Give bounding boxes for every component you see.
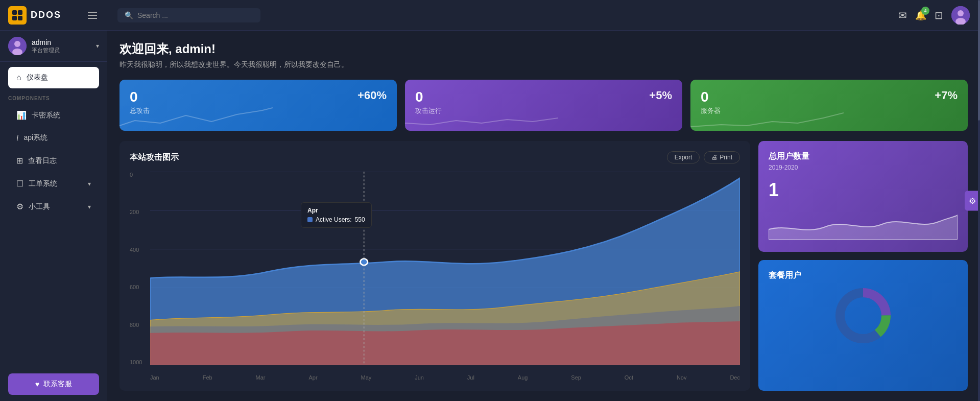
nav-label-logs: 查看日志 bbox=[28, 156, 57, 166]
stat-servers-number: 0 bbox=[701, 89, 721, 105]
y-label-3: 400 bbox=[130, 247, 142, 253]
stat-card-attacks: 0 总攻击 +60% bbox=[119, 80, 397, 131]
sidebar: DDOS admin 平台管理员 ▾ ⌂ 仪表盘 COMPONENTS 📊 卡 bbox=[0, 0, 107, 401]
stat-card-running: 0 攻击运行 +5% bbox=[405, 80, 682, 131]
x-label-jan: Jan bbox=[150, 374, 159, 381]
chart-actions: Export 🖨 Print bbox=[667, 151, 740, 163]
chart-inner: Apr Active Users: 550 bbox=[150, 172, 740, 365]
scroll-thumb bbox=[978, 0, 980, 121]
export-label: Export bbox=[675, 154, 692, 161]
notification-badge: 4 bbox=[921, 7, 929, 15]
card-system-icon: 📊 bbox=[16, 110, 27, 120]
x-axis-labels: Jan Feb Mar Apr May Jun Jul Aug Sep Oct … bbox=[150, 374, 740, 381]
nav-item-tools[interactable]: ⚙ 小工具 ▾ bbox=[8, 196, 99, 218]
page-header: 欢迎回来, admin! 昨天我很聪明，所以我想改变世界。今天我很聪明，所以我要… bbox=[119, 41, 968, 69]
chart-area: 1000 800 600 400 200 0 bbox=[130, 172, 740, 381]
nav-item-logs[interactable]: ⊞ 查看日志 bbox=[8, 150, 99, 172]
print-button[interactable]: 🖨 Print bbox=[704, 151, 740, 163]
tools-arrow-icon: ▾ bbox=[88, 203, 91, 210]
x-label-jul: Jul bbox=[467, 374, 474, 381]
svg-rect-1 bbox=[18, 10, 22, 15]
scroll-indicator bbox=[978, 0, 980, 401]
x-label-may: May bbox=[361, 374, 371, 381]
layers-icon[interactable]: ⊡ bbox=[935, 9, 943, 21]
package-card: 套餐用户 bbox=[758, 260, 968, 391]
user-arrow-icon: ▾ bbox=[96, 42, 99, 50]
y-axis-labels: 1000 800 600 400 200 0 bbox=[130, 172, 142, 365]
x-label-dec: Dec bbox=[730, 374, 740, 381]
user-total-number: 1 bbox=[769, 179, 958, 201]
topbar: 🔍 ✉ 🔔 4 ⊡ bbox=[107, 0, 980, 31]
stat-attacks-percent: +60% bbox=[357, 89, 387, 102]
print-icon: 🖨 bbox=[711, 154, 718, 161]
nav-label-tickets: 工单系统 bbox=[29, 179, 57, 188]
page-subtitle: 昨天我很聪明，所以我想改变世界。今天我很聪明，所以我要改变自己。 bbox=[119, 60, 968, 69]
user-info: admin 平台管理员 bbox=[32, 38, 96, 54]
svg-rect-2 bbox=[12, 16, 17, 20]
logo-area: DDOS bbox=[0, 0, 107, 31]
x-label-feb: Feb bbox=[203, 374, 212, 381]
nav-item-dashboard[interactable]: ⌂ 仪表盘 bbox=[8, 67, 99, 88]
main-content: 🔍 ✉ 🔔 4 ⊡ 欢迎回来, admin! 昨天我很聪明，所以我想改变世 bbox=[107, 0, 980, 401]
x-label-oct: Oct bbox=[625, 374, 633, 381]
search-icon: 🔍 bbox=[125, 11, 133, 19]
nav-label-card-system: 卡密系统 bbox=[32, 111, 60, 120]
x-label-mar: Mar bbox=[256, 374, 266, 381]
components-label: COMPONENTS bbox=[0, 89, 107, 103]
nav-label-api-system: api系统 bbox=[23, 133, 47, 143]
user-total-year: 2019-2020 bbox=[769, 164, 958, 171]
user-name: admin bbox=[32, 38, 96, 46]
user-section[interactable]: admin 平台管理员 ▾ bbox=[0, 31, 107, 62]
hamburger-button[interactable] bbox=[86, 10, 99, 21]
svg-rect-3 bbox=[18, 16, 22, 20]
search-input[interactable] bbox=[137, 11, 253, 19]
chart-header: 本站攻击图示 Export 🖨 Print bbox=[130, 151, 740, 163]
x-label-jun: Jun bbox=[415, 374, 424, 381]
print-label: Print bbox=[720, 154, 732, 161]
dashboard-icon: ⌂ bbox=[16, 73, 21, 82]
search-wrap[interactable]: 🔍 bbox=[117, 8, 260, 22]
user-total-card: 总用户数量 2019-2020 1 bbox=[758, 141, 968, 252]
mail-icon[interactable]: ✉ bbox=[898, 9, 907, 21]
stat-running-number: 0 bbox=[415, 89, 442, 105]
bottom-row: 本站攻击图示 Export 🖨 Print 1000 800 bbox=[119, 141, 968, 391]
logo-text: DDOS bbox=[31, 10, 61, 20]
page-title: 欢迎回来, admin! bbox=[119, 41, 968, 57]
nav-item-card-system[interactable]: 📊 卡密系统 bbox=[8, 104, 99, 126]
svg-point-8 bbox=[958, 10, 964, 16]
topbar-avatar[interactable] bbox=[951, 6, 970, 25]
chart-panel: 本站攻击图示 Export 🖨 Print 1000 800 bbox=[119, 141, 750, 391]
tickets-icon: ☐ bbox=[16, 179, 23, 188]
stat-card-servers: 0 服务器 +7% bbox=[690, 80, 968, 131]
stat-attacks-number: 0 bbox=[130, 89, 150, 105]
stat-servers-percent: +7% bbox=[935, 89, 958, 102]
y-label-4: 200 bbox=[130, 209, 142, 215]
nav-label-tools: 小工具 bbox=[29, 202, 50, 211]
svg-rect-0 bbox=[12, 10, 17, 15]
nav-label-dashboard: 仪表盘 bbox=[27, 73, 48, 82]
y-label-5: 0 bbox=[130, 172, 142, 178]
x-label-aug: Aug bbox=[518, 374, 528, 381]
tickets-arrow-icon: ▾ bbox=[88, 180, 91, 187]
y-label-0: 1000 bbox=[130, 359, 142, 365]
export-button[interactable]: Export bbox=[667, 151, 700, 163]
contact-label: 联系客服 bbox=[43, 380, 72, 389]
heart-icon: ♥ bbox=[35, 380, 39, 388]
gear-icon: ⚙ bbox=[969, 196, 976, 205]
nav-item-api-system[interactable]: i api系统 bbox=[8, 127, 99, 149]
chart-title: 本站攻击图示 bbox=[130, 152, 179, 163]
stat-running-percent: +5% bbox=[649, 89, 672, 102]
notification-icon[interactable]: 🔔 4 bbox=[915, 10, 926, 21]
nav-item-tickets[interactable]: ☐ 工单系统 ▾ bbox=[8, 173, 99, 195]
x-label-nov: Nov bbox=[677, 374, 687, 381]
tools-icon: ⚙ bbox=[16, 202, 23, 211]
page-content: 欢迎回来, admin! 昨天我很聪明，所以我想改变世界。今天我很聪明，所以我要… bbox=[107, 31, 980, 401]
svg-point-5 bbox=[14, 41, 20, 47]
avatar bbox=[8, 37, 27, 55]
user-role: 平台管理员 bbox=[32, 46, 96, 54]
api-system-icon: i bbox=[16, 133, 18, 143]
contact-button[interactable]: ♥ 联系客服 bbox=[8, 373, 99, 395]
x-label-sep: Sep bbox=[571, 374, 581, 381]
right-panels: 总用户数量 2019-2020 1 套餐用户 bbox=[758, 141, 968, 391]
topbar-right: ✉ 🔔 4 ⊡ bbox=[898, 6, 970, 25]
